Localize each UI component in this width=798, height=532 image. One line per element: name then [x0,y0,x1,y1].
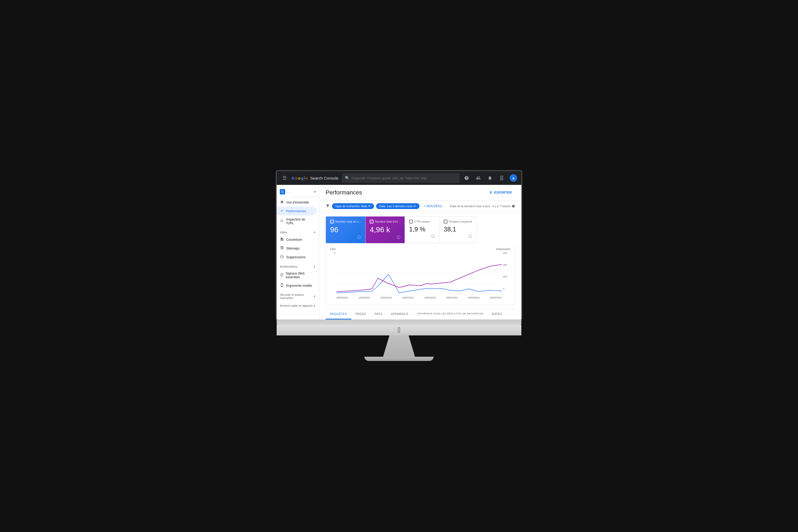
chart-date-7: 04/03/2021 [468,296,480,299]
metric-card-clics[interactable]: ✓ Nombre total de c... 96 ⓘ [326,216,365,243]
block-icon [280,255,284,259]
tab-apparence[interactable]: APPARENCE DANS LES RÉSULTATS DE RECHERCH… [413,309,488,320]
filter-icon [326,204,330,209]
tab-dates[interactable]: DATES [488,309,506,320]
sidebar-item-signaux-web[interactable]: Signaux Web essentiels [277,269,317,281]
bell-icon[interactable] [486,174,494,182]
chart-container: Clics Impressions 0 [326,243,515,305]
sidebar-item-vue-densemble[interactable]: Vue d'ensemble [277,198,317,207]
edit-icon: ✏ [414,204,416,208]
property-icon: C [280,189,285,194]
sidebar-item-couverture[interactable]: Couverture [277,235,317,244]
timer-icon [280,273,284,278]
property-name: ... [286,190,313,193]
metric-checkbox-clics: ✓ [330,220,334,224]
metrics-container: ✓ Nombre total de c... 96 ⓘ ✓ Nombre tot… [319,212,521,243]
metric-value-clics: 96 [330,226,361,234]
section-label-index: Index ∧ [277,227,319,235]
section-index-text: Index [280,231,287,234]
metric-checkbox-position [444,220,448,224]
y-axis-left-max: 0 [330,252,336,254]
update-info: Date de la dernière mise à jour : il y a… [450,205,515,208]
search-input[interactable] [352,176,456,180]
chart-date-4: 20/02/2021 [402,296,414,299]
sidebar-item-suppressions[interactable]: Suppressions [277,253,317,262]
chart-date-3: 16/02/2021 [380,296,392,299]
sidebar-item-ergonomie-mobile[interactable]: Ergonomie mobile [277,281,317,290]
menu-icon[interactable]: ☰ [281,174,288,182]
people-icon[interactable] [475,174,482,182]
content-header: Performances EXPORTER [319,185,521,201]
tab-appareils[interactable]: APPAREILS [387,309,413,320]
metric-header-clics: ✓ Nombre total de c... [330,220,361,224]
add-filter-label: + NOUVEAU [424,204,442,208]
export-button[interactable]: EXPORTER [486,189,515,196]
page-title: Performances [326,189,362,196]
sidebar-label-sitemaps: Sitemaps [286,247,300,250]
chart-svg [337,252,502,294]
index-collapse-btn[interactable]: ∧ [314,230,316,234]
trend-icon [280,209,284,213]
search-icon: 🔍 [345,176,349,180]
add-filter-button[interactable]: + NOUVEAU [422,203,444,209]
chart-dates: 08/02/2021 12/02/2021 16/02/2021 20/02/2… [330,295,510,300]
info-icon-clics[interactable]: ⓘ [357,235,361,240]
grid-icon[interactable] [498,174,506,182]
tab-pays[interactable]: PAYS [370,309,387,320]
chart-date-1: 08/02/2021 [337,296,348,299]
section-ameliorations-text: Améliorations [280,265,298,268]
home-icon [280,200,284,205]
metric-header-position: Position moyenne [444,220,472,224]
sidebar-label-couverture: Couverture [286,238,302,242]
info-icon-impressions[interactable]: ⓘ [397,235,400,240]
sidebar-label-signaux-web: Signaux Web essentiels [286,271,314,279]
ameliorations-collapse-btn[interactable]: ∧ [314,265,316,268]
export-label: EXPORTER [494,191,512,194]
google-search-console-logo: Google Search Console [291,176,339,180]
sidebar-item-performances[interactable]: Performances [277,207,317,215]
property-selector[interactable]: C ... ▾ [277,187,319,197]
chart-date-5: 24/02/2021 [424,296,436,299]
y-axis-right-low: 150 [503,275,510,278]
sidebar-label-performances: Performances [286,209,306,213]
property-dropdown-icon: ▾ [314,190,316,194]
info-icon-position[interactable]: ⓘ [469,234,472,239]
anciens-outils-collapse-btn[interactable]: ∨ [314,304,316,307]
chart-date-8: 08/03/2021 [490,296,502,299]
filter-chip-search-type[interactable]: Type de recherche: Web ✏ [332,203,374,209]
sidebar-item-inspection-url[interactable]: Inspection de l'URL [277,215,317,227]
y-axis-right-max: 450 [503,252,510,254]
metric-value-position: 38,1 [444,226,472,233]
metric-card-ctr[interactable]: CTR moyen 1,9 % ⓘ [405,216,439,243]
filter-chip-date[interactable]: Date: Les 3 derniers mois ✏ [376,203,419,209]
chart-label-clics: Clics [330,248,336,251]
sidebar-label-suppressions: Suppressions [286,255,306,259]
metric-card-position[interactable]: Position moyenne 38,1 ⓘ [439,216,477,243]
section-label-ameliorations: Améliorations ∧ [277,262,319,269]
filter-chip-search-type-label: Type de recherche: Web [335,205,367,208]
monitor-bezel [277,320,521,325]
section-label-anciens-outils: Anciens outils et rapports ∨ [277,301,319,308]
metric-checkbox-ctr [409,220,413,224]
tabs: REQUÊTES PAGES PAYS APPAREILS APPARENCE … [326,309,515,320]
monitor-screen: ☰ Google Search Console 🔍 [277,171,521,320]
info-icon-ctr[interactable]: ⓘ [431,234,435,239]
search-bar[interactable]: 🔍 [342,173,460,183]
chart-label-impressions: Impressions [496,248,510,251]
section-anciens-outils-text: Anciens outils et rapports [280,304,313,307]
chart-date-6: 28/02/2021 [446,296,458,299]
content-area: Performances EXPORTER Type de recherche:… [319,185,521,320]
edit-icon: ✏ [368,204,371,208]
metric-card-impressions[interactable]: ✓ Nombre total d'im... 4,96 k ⓘ [365,216,405,243]
avatar[interactable]: a [510,174,517,182]
tab-pages[interactable]: PAGES [352,309,370,320]
sidebar-item-sitemaps[interactable]: Sitemaps [277,244,317,253]
y-axis-right-zero: 0 [503,287,510,290]
sitemap-icon [280,246,284,251]
help-icon[interactable] [463,174,470,182]
mobile-icon [280,283,284,288]
chart-labels: Clics Impressions [330,248,510,251]
securite-collapse-btn[interactable]: ∨ [314,294,316,298]
metric-checkbox-impressions: ✓ [370,220,374,224]
tab-requetes[interactable]: REQUÊTES [326,309,352,320]
